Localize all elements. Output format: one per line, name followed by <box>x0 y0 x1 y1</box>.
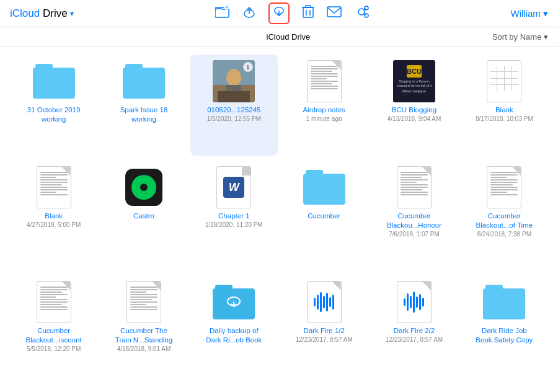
word-document-icon: W <box>212 166 255 209</box>
list-item[interactable]: CucumberBlackou...Honour 7/6/2018, 1:07 … <box>370 161 458 270</box>
photo-thumbnail: ℹ <box>212 60 255 103</box>
toolbar: iCloud Drive Sort by Name ▾ <box>0 27 558 47</box>
list-item[interactable]: 31 October 2019working <box>10 55 97 156</box>
list-item[interactable]: Cucumber <box>280 161 368 270</box>
item-label: Chapter 1 <box>218 212 250 221</box>
mail-icon[interactable] <box>327 6 342 20</box>
item-date: 4/18/2018, 9:01 AM <box>117 345 171 353</box>
item-date: 7/6/2018, 1:07 PM <box>389 230 440 238</box>
svg-point-20 <box>226 69 241 86</box>
list-item[interactable]: Spark Issue 18working <box>100 55 187 156</box>
list-item[interactable]: Dark Ride JobBook Safety Copy <box>461 275 548 385</box>
toolbar-title: iCloud Drive <box>267 32 311 42</box>
item-label: Dark Fire 1/2 <box>303 326 344 336</box>
svg-text:+: + <box>225 5 229 11</box>
list-item[interactable]: Blank 4/27/2018, 5:00 PM <box>10 161 97 270</box>
new-folder-icon[interactable]: + <box>215 5 230 22</box>
header: iCloud Drive ▾ + William ▾ <box>0 0 558 27</box>
item-date: 5/5/2018, 12:20 PM <box>27 345 81 353</box>
item-label: Cucumber TheTrain N...Standing <box>115 326 172 345</box>
title-drive: Drive <box>43 7 68 19</box>
bcu-thumbnail: BCU Blogging for a Reason instead of for… <box>392 60 436 103</box>
folder-icon <box>212 280 255 324</box>
item-date: 12/23/2017, 8:57 AM <box>296 336 353 344</box>
item-date: 6/24/2018, 7:38 PM <box>477 230 531 238</box>
item-date: 1/18/2020, 11:20 PM <box>205 221 263 229</box>
item-label: Spark Issue 18working <box>120 105 168 124</box>
document-icon <box>392 166 436 209</box>
upload-to-cloud-icon[interactable] <box>242 5 256 22</box>
list-item[interactable]: Daily backup ofDark Ri...ob Book <box>190 275 278 385</box>
item-date: 12/23/2017, 8:57 AM <box>386 336 443 344</box>
document-icon <box>122 280 166 324</box>
download-from-cloud-icon[interactable] <box>268 2 290 24</box>
document-icon <box>303 60 346 103</box>
svg-text:BCU: BCU <box>407 68 422 75</box>
sort-button[interactable]: Sort by Name ▾ <box>492 32 548 42</box>
svg-text:William Gallagher: William Gallagher <box>402 89 427 93</box>
item-date: 4/13/2018, 9:04 AM <box>388 115 441 123</box>
list-item[interactable]: Castro <box>100 161 187 270</box>
document-icon <box>482 166 526 209</box>
share-icon[interactable] <box>354 5 369 22</box>
svg-rect-7 <box>303 7 313 17</box>
svg-text:Blogging for a Reason: Blogging for a Reason <box>399 79 430 83</box>
toolbar-icons: + <box>215 2 369 24</box>
document-icon <box>32 280 76 324</box>
list-item[interactable]: BCU Blogging for a Reason instead of for… <box>370 55 458 156</box>
list-item[interactable]: Cucumber TheTrain N...Standing 4/18/2018… <box>100 275 187 385</box>
item-label: Dark Fire 2/2 <box>394 326 435 336</box>
item-date: 8/17/2018, 10:03 PM <box>476 115 533 123</box>
item-date: 1/5/2020, 12:55 PM <box>207 115 261 123</box>
user-name[interactable]: William ▾ <box>510 8 548 19</box>
folder-icon <box>122 60 166 103</box>
svg-text:instead of for the hell of it: instead of for the hell of it <box>397 84 432 87</box>
list-item[interactable]: CucumberBlackout...of Time 6/24/2018, 7:… <box>461 161 548 270</box>
item-label: Castro <box>133 212 154 221</box>
spreadsheet-icon <box>482 60 526 103</box>
castro-app-icon <box>122 166 166 209</box>
item-date: 1 minute ago <box>306 115 342 123</box>
item-label: 31 October 2019working <box>27 105 81 124</box>
folder-icon <box>303 166 346 209</box>
list-item[interactable]: CucumberBlackout...iscount 5/5/2018, 12:… <box>10 275 97 385</box>
item-label: Blank <box>45 212 63 221</box>
svg-rect-22 <box>218 91 250 102</box>
folder-icon <box>32 60 76 103</box>
header-left: iCloud Drive ▾ <box>10 7 74 20</box>
item-label: Airdrop notes <box>303 105 345 115</box>
svg-rect-9 <box>306 6 311 7</box>
file-grid: 31 October 2019working Spark Issue 18wor… <box>0 47 558 392</box>
folder-icon <box>482 280 526 324</box>
document-icon <box>32 166 76 209</box>
item-label: CucumberBlackou...Honour <box>387 212 441 230</box>
list-item[interactable]: Airdrop notes 1 minute ago <box>280 55 368 156</box>
item-label: CucumberBlackout...iscount <box>26 326 82 345</box>
item-label: BCU Blogging <box>392 105 436 115</box>
item-label: Blank <box>495 105 513 115</box>
list-item[interactable]: ℹ 010520...125245 1/5/2020, 12:55 PM <box>190 55 278 156</box>
item-date: 4/27/2018, 5:00 PM <box>27 221 81 229</box>
title-icloud: iCloud <box>10 7 40 19</box>
audio-document-icon <box>303 280 346 324</box>
list-item[interactable]: Blank 8/17/2018, 10:03 PM <box>461 55 548 156</box>
item-label: Daily backup ofDark Ri...ob Book <box>206 326 262 345</box>
svg-rect-12 <box>327 7 341 17</box>
list-item[interactable]: Dark Fire 1/2 12/23/2017, 8:57 AM <box>280 275 368 385</box>
item-label: CucumberBlackout...of Time <box>476 212 533 230</box>
item-label: 010520...125245 <box>207 105 260 115</box>
app-title[interactable]: iCloud Drive <box>10 7 68 20</box>
item-label: Dark Ride JobBook Safety Copy <box>476 326 533 345</box>
header-chevron-icon[interactable]: ▾ <box>70 9 74 18</box>
trash-icon[interactable] <box>302 5 314 22</box>
list-item[interactable]: W Chapter 1 1/18/2020, 11:20 PM <box>190 161 278 270</box>
audio-document-icon <box>392 280 436 324</box>
item-label: Cucumber <box>308 212 340 221</box>
list-item[interactable]: Dark Fire 2/2 12/23/2017, 8:57 AM <box>370 275 458 385</box>
